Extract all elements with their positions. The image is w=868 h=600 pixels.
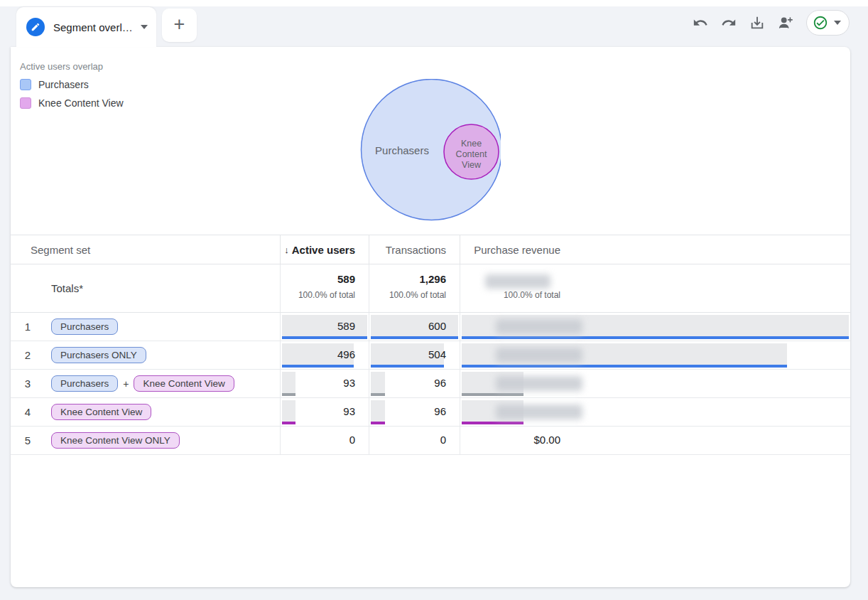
- totals-purchase-revenue: 100.0% of total: [460, 264, 850, 312]
- segment-joiner: +: [123, 378, 129, 390]
- table-row: 5 Knee Content View ONLY 0 0 $0.00: [11, 427, 850, 455]
- cell-purchase-revenue: $0.00: [460, 427, 850, 454]
- active-exploration-tab[interactable]: Segment overl…: [16, 7, 156, 47]
- data-bar-underline: [282, 393, 295, 396]
- undo-icon[interactable]: [693, 15, 708, 31]
- cell-transactions: 600: [369, 313, 460, 341]
- column-header-segment-set[interactable]: Segment set: [11, 235, 280, 264]
- share-add-user-icon[interactable]: [778, 15, 793, 31]
- segment-overlap-table: Segment set ↓ Active users Transactions …: [11, 235, 850, 455]
- data-bar: [371, 400, 385, 422]
- download-icon[interactable]: [749, 15, 765, 31]
- data-bar-underline: [462, 422, 523, 424]
- redacted-revenue-value: [496, 405, 582, 419]
- column-header-purchase-revenue[interactable]: Purchase revenue: [460, 235, 850, 264]
- cell-purchase-revenue: [460, 341, 850, 369]
- saved-status-button[interactable]: [806, 10, 850, 36]
- legend-swatch-pink: [20, 97, 31, 109]
- status-dropdown-caret-icon[interactable]: [834, 21, 841, 25]
- cell-transactions: 504: [369, 341, 460, 369]
- cell-active-users: 93: [280, 398, 369, 426]
- table-header-row: Segment set ↓ Active users Transactions …: [11, 235, 850, 264]
- venn-label-small-line1: Knee: [461, 139, 482, 149]
- row-index: 4: [21, 406, 35, 418]
- cell-active-users: 93: [280, 370, 369, 397]
- totals-active-users: 589 100.0% of total: [280, 264, 369, 312]
- cell-active-users: 0: [280, 427, 369, 454]
- check-circle-icon: [813, 15, 828, 31]
- segment-chip-knee-content-view: Knee Content View: [51, 404, 151, 420]
- redacted-revenue-value: [496, 319, 582, 334]
- row-index: 2: [21, 349, 35, 361]
- column-header-transactions[interactable]: Transactions: [369, 235, 460, 264]
- venn-label-purchasers: Purchasers: [375, 144, 429, 156]
- exploration-toolbar: [693, 10, 850, 36]
- totals-transactions: 1,296 100.0% of total: [369, 264, 460, 312]
- cell-active-users: 496: [280, 341, 369, 369]
- sort-descending-icon: ↓: [284, 245, 289, 255]
- edit-pencil-icon: [26, 18, 45, 36]
- venn-diagram: Purchasers Knee Content View: [350, 79, 501, 225]
- redacted-revenue-value: [496, 376, 582, 391]
- cell-purchase-revenue: [460, 398, 850, 426]
- redacted-revenue-value: [496, 348, 582, 363]
- segment-chip-knee-content-view: Knee Content View: [134, 375, 234, 392]
- data-bar-underline: [462, 365, 787, 368]
- row-index: 5: [21, 434, 35, 446]
- plus-icon: +: [174, 15, 185, 34]
- venn-label-small-line2: Content: [456, 149, 487, 159]
- legend-item-purchasers: Purchasers: [20, 78, 89, 90]
- redo-icon[interactable]: [721, 15, 737, 31]
- data-bar-underline: [462, 336, 849, 339]
- redacted-revenue-value: [485, 274, 550, 289]
- totals-row: Totals* 589 100.0% of total 1,296 100.0%…: [11, 264, 850, 313]
- data-bar-underline: [371, 422, 385, 424]
- cell-purchase-revenue: [460, 313, 850, 341]
- segment-chip-purchasers: Purchasers: [51, 318, 118, 335]
- cell-transactions: 96: [369, 398, 460, 426]
- venn-label-small-line3: View: [462, 160, 482, 170]
- row-index: 3: [21, 377, 35, 390]
- segment-overlap-panel: Active users overlap Purchasers Knee Con…: [11, 47, 850, 587]
- table-row: 1 Purchasers 589 600: [11, 313, 850, 341]
- row-index: 1: [21, 321, 35, 333]
- data-bar-underline: [282, 422, 295, 424]
- cell-active-users: 589: [280, 313, 369, 341]
- data-bar-underline: [462, 393, 523, 396]
- tab-dropdown-caret-icon[interactable]: [141, 25, 148, 29]
- segment-chip-knee-content-view-only: Knee Content View ONLY: [51, 432, 180, 449]
- chart-title: Active users overlap: [20, 61, 103, 72]
- table-row: 3 Purchasers + Knee Content View 93 96: [11, 370, 850, 398]
- legend-swatch-blue: [20, 79, 31, 90]
- tab-title: Segment overl…: [53, 21, 135, 33]
- data-bar: [282, 400, 295, 422]
- segment-chip-purchasers: Purchasers: [51, 375, 118, 392]
- cell-purchase-revenue: [460, 370, 850, 397]
- segment-chip-purchasers-only: Purchasers ONLY: [51, 347, 146, 363]
- cell-transactions: 96: [369, 370, 460, 397]
- browser-top-strip: [0, 0, 868, 6]
- data-bar: [282, 372, 295, 393]
- table-row: 4 Knee Content View 93 96: [11, 398, 850, 427]
- table-row: 2 Purchasers ONLY 496 504: [11, 341, 850, 370]
- legend-item-knee-content-view: Knee Content View: [20, 97, 124, 109]
- data-bar-underline: [371, 393, 385, 396]
- totals-label: Totals*: [11, 264, 280, 312]
- cell-transactions: 0: [369, 427, 460, 454]
- new-tab-button[interactable]: +: [162, 9, 197, 42]
- column-header-active-users[interactable]: ↓ Active users: [280, 235, 369, 264]
- data-bar: [371, 372, 385, 393]
